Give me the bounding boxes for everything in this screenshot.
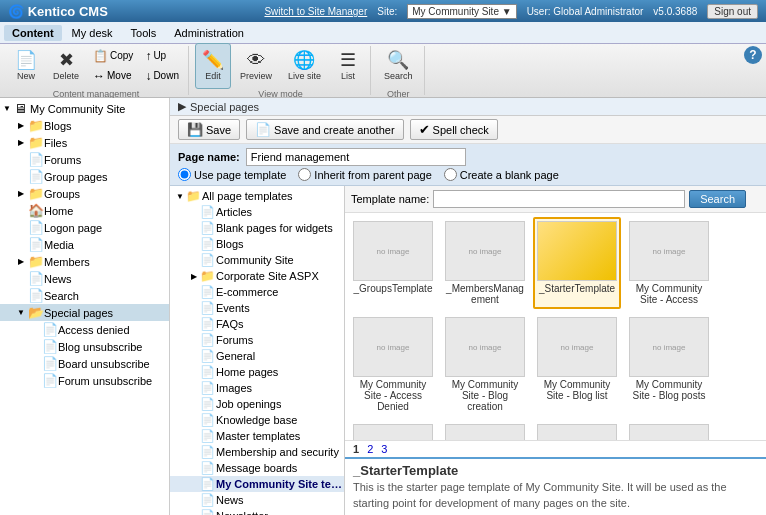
template-cell-groups[interactable]: no image _GroupsTemplate xyxy=(349,217,437,309)
tmpl-knowledge-base[interactable]: 📄 Knowledge base xyxy=(170,412,344,428)
files-expand-icon: ▶ xyxy=(14,138,28,147)
tree-item-blogs[interactable]: ▶ 📁 Blogs xyxy=(0,117,169,134)
template-cell-blog-list[interactable]: no image My Community Site - Blog list xyxy=(533,313,621,416)
tree-root[interactable]: ▼ 🖥 My Community Site xyxy=(0,100,169,117)
tmpl-articles-icon: 📄 xyxy=(200,205,216,219)
template-cell-starter[interactable]: _StarterTemplate xyxy=(533,217,621,309)
tmpl-my-community[interactable]: 📄 My Community Site templates xyxy=(170,476,344,492)
template-search-bar: Template name: Search xyxy=(345,186,766,213)
menu-tools[interactable]: Tools xyxy=(123,25,165,41)
tmpl-job-openings[interactable]: 📄 Job openings xyxy=(170,396,344,412)
tmpl-news[interactable]: 📄 News xyxy=(170,492,344,508)
tmpl-kb-icon: 📄 xyxy=(200,413,216,427)
inherit-radio[interactable] xyxy=(298,168,311,181)
tmpl-images[interactable]: 📄 Images xyxy=(170,380,344,396)
tree-item-logon[interactable]: 📄 Logon page xyxy=(0,219,169,236)
tree-item-group-pages[interactable]: 📄 Group pages xyxy=(0,168,169,185)
tmpl-blank-pages[interactable]: 📄 Blank pages for widgets xyxy=(170,220,344,236)
template-search-input[interactable] xyxy=(433,190,685,208)
tmpl-articles[interactable]: 📄 Articles xyxy=(170,204,344,220)
tree-item-search[interactable]: 📄 Search xyxy=(0,287,169,304)
tmpl-root[interactable]: ▼ 📁 All page templates xyxy=(170,188,344,204)
spell-check-button[interactable]: ✔ Spell check xyxy=(410,119,498,140)
template-search-button[interactable]: Search xyxy=(689,190,746,208)
tree-item-groups[interactable]: ▶ 📁 Groups xyxy=(0,185,169,202)
site-manager-link[interactable]: Switch to Site Manager xyxy=(264,6,367,17)
page-2[interactable]: 2 xyxy=(365,443,375,455)
blogs-expand-icon: ▶ xyxy=(14,121,28,130)
tmpl-general[interactable]: 📄 General xyxy=(170,348,344,364)
tmpl-message-boards[interactable]: 📄 Message boards xyxy=(170,460,344,476)
tree-item-home[interactable]: 🏠 Home xyxy=(0,202,169,219)
tree-item-files[interactable]: ▶ 📁 Files xyxy=(0,134,169,151)
tmpl-corp-icon: 📁 xyxy=(200,269,216,283)
page-name-input[interactable] xyxy=(246,148,466,166)
action-bar: 💾 Save 📄 Save and create another ✔ Spell… xyxy=(170,116,766,144)
template-tree: ▼ 📁 All page templates 📄 Articles 📄 Blan… xyxy=(170,186,345,515)
tmpl-corp-aspx[interactable]: ▶ 📁 Corporate Site ASPX xyxy=(170,268,344,284)
menu-administration[interactable]: Administration xyxy=(166,25,252,41)
tmpl-forums[interactable]: 📄 Forums xyxy=(170,332,344,348)
tree-item-special-pages[interactable]: ▼ 📂 Special pages xyxy=(0,304,169,321)
tree-item-forum-unsubscribe[interactable]: 📄 Forum unsubscribe xyxy=(0,372,169,389)
tree-item-board-unsubscribe[interactable]: 📄 Board unsubscribe xyxy=(0,355,169,372)
template-cell-access[interactable]: no image My Community Site - Access xyxy=(625,217,713,309)
menu-content[interactable]: Content xyxy=(4,25,62,41)
tmpl-membership[interactable]: 📄 Membership and security xyxy=(170,444,344,460)
template-browser: ▼ 📁 All page templates 📄 Articles 📄 Blan… xyxy=(170,186,766,515)
save-button[interactable]: 💾 Save xyxy=(178,119,240,140)
tree-item-blog-unsubscribe[interactable]: 📄 Blog unsubscribe xyxy=(0,338,169,355)
preview-button[interactable]: 👁 Preview xyxy=(233,43,279,89)
tmpl-newsletter[interactable]: 📄 Newsletter xyxy=(170,508,344,515)
template-cell-r3-1[interactable]: no image xyxy=(441,420,529,440)
tree-item-access-denied[interactable]: 📄 Access denied xyxy=(0,321,169,338)
search-icon: 🔍 xyxy=(387,51,409,69)
list-button[interactable]: ☰ List xyxy=(330,43,366,89)
tmpl-membership-icon: 📄 xyxy=(200,445,216,459)
new-button[interactable]: 📄 New xyxy=(8,43,44,89)
tmpl-master-templates[interactable]: 📄 Master templates xyxy=(170,428,344,444)
blank-radio[interactable] xyxy=(444,168,457,181)
tree-item-news[interactable]: 📄 News xyxy=(0,270,169,287)
tree-item-members[interactable]: ▶ 📁 Members xyxy=(0,253,169,270)
breadcrumb-item[interactable]: Special pages xyxy=(190,101,259,113)
search-button[interactable]: 🔍 Search xyxy=(377,43,420,89)
tmpl-forums-icon: 📄 xyxy=(200,333,216,347)
content-management-label: Content management xyxy=(8,89,184,99)
tmpl-events[interactable]: 📄 Events xyxy=(170,300,344,316)
blank-option[interactable]: Create a blank page xyxy=(444,168,559,181)
page-3[interactable]: 3 xyxy=(379,443,389,455)
tmpl-community-site[interactable]: 📄 Community Site xyxy=(170,252,344,268)
menu-mydesk[interactable]: My desk xyxy=(64,25,121,41)
template-cell-blog-posts[interactable]: no image My Community Site - Blog posts xyxy=(625,313,713,416)
tmpl-home-pages[interactable]: 📄 Home pages xyxy=(170,364,344,380)
template-cell-members-mgmt[interactable]: no image _MembersManagement xyxy=(441,217,529,309)
logon-icon: 📄 xyxy=(28,220,44,235)
up-button[interactable]: ↑ Up xyxy=(140,47,184,65)
help-button[interactable]: ? xyxy=(744,46,762,64)
delete-button[interactable]: ✖ Delete xyxy=(46,43,86,89)
template-cell-access-denied[interactable]: no image My Community Site - Access Deni… xyxy=(349,313,437,416)
signout-button[interactable]: Sign out xyxy=(707,4,758,19)
save-create-button[interactable]: 📄 Save and create another xyxy=(246,119,403,140)
tmpl-ecommerce[interactable]: 📄 E-commerce xyxy=(170,284,344,300)
tmpl-faqs[interactable]: 📄 FAQs xyxy=(170,316,344,332)
page-1[interactable]: 1 xyxy=(351,443,361,455)
template-cell-r3-0[interactable]: no image xyxy=(349,420,437,440)
template-cell-blog-creation[interactable]: no image My Community Site - Blog creati… xyxy=(441,313,529,416)
use-template-option[interactable]: Use page template xyxy=(178,168,286,181)
template-cell-r3-2[interactable]: no image xyxy=(533,420,621,440)
use-template-radio[interactable] xyxy=(178,168,191,181)
site-selector[interactable]: My Community Site ▼ xyxy=(407,4,516,19)
tree-item-media[interactable]: 📄 Media xyxy=(0,236,169,253)
tree-item-forums[interactable]: 📄 Forums xyxy=(0,151,169,168)
template-cell-r3-3[interactable]: no image xyxy=(625,420,713,440)
copy-button[interactable]: 📋 Copy xyxy=(88,47,138,65)
groups-expand-icon: ▶ xyxy=(14,189,28,198)
move-button[interactable]: ↔ Move xyxy=(88,67,138,85)
tmpl-blogs[interactable]: 📄 Blogs xyxy=(170,236,344,252)
live-site-button[interactable]: 🌐 Live site xyxy=(281,43,328,89)
edit-button[interactable]: ✏️ Edit xyxy=(195,43,231,89)
inherit-option[interactable]: Inherit from parent page xyxy=(298,168,431,181)
down-button[interactable]: ↓ Down xyxy=(140,67,184,85)
